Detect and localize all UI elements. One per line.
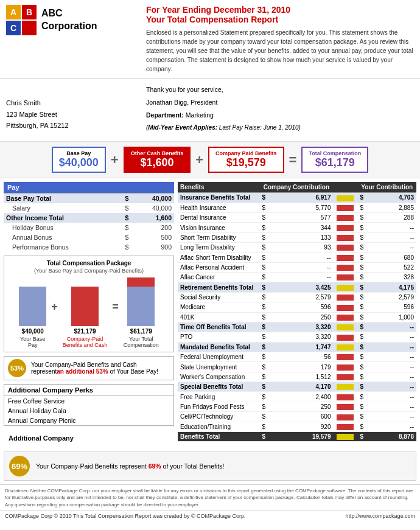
your-dollar: $ <box>357 193 366 203</box>
benefits-header-row: Benefits Company Contribution Your Contr… <box>178 182 416 193</box>
bar-cell <box>333 212 357 222</box>
logo-b: B <box>22 5 37 19</box>
your-dollar: $ <box>357 312 366 322</box>
benefit-label: Aflac Short Term Disability <box>178 253 259 262</box>
benefits-row-13: Time Off Benefits Total$3,320$-- <box>178 322 416 332</box>
benefits-row-24: Benefits Total$19,579$8,878 <box>178 431 416 441</box>
co-value: 19,579 <box>268 431 334 441</box>
your-dollar: $ <box>357 352 366 362</box>
your-dollar: $ <box>357 372 366 382</box>
your-dollar: $ <box>357 392 366 402</box>
co-dollar: $ <box>259 342 268 352</box>
chart-bar-3: $61,179 Your Total Compensation <box>124 277 159 348</box>
co-dollar: $ <box>259 402 268 411</box>
your-value: -- <box>366 243 416 253</box>
pct-circle: 53% <box>8 359 26 377</box>
your-dollar: $ <box>357 232 366 242</box>
main-content: Pay Base Pay Total $ 40,000 Salary $ 40,… <box>0 178 420 448</box>
report-title: For Year Ending December 31, 2010 Your T… <box>146 5 414 24</box>
co-value: 5,770 <box>268 203 334 212</box>
summary-bar: Base Pay $40,000 + Other Cash Benefits $… <box>0 141 420 178</box>
co-dollar: $ <box>259 431 268 441</box>
bar-cell <box>333 402 357 411</box>
other-income-total-row: Other Income Total $ 1,600 <box>4 213 174 223</box>
co-value: -- <box>268 253 334 262</box>
your-dollar: $ <box>357 342 366 352</box>
co-dollar: $ <box>259 302 268 312</box>
company-paid-box: Company Paid Benefits $19,579 <box>208 147 284 173</box>
annual-bonus-row: Annual Bonus $ 500 <box>4 232 174 242</box>
header: A B C ABC Corporation For Year Ending De… <box>0 0 420 79</box>
footer-right: http://www.compackage.com <box>345 513 415 519</box>
pct-badge: 53% Your Company-Paid Benefits and Cash … <box>4 356 174 380</box>
your-value: 596 <box>366 302 416 312</box>
benefit-label: Fun Fridays Food Fests <box>178 402 259 411</box>
co-dollar: $ <box>259 322 268 332</box>
co-value: 6,917 <box>268 193 334 203</box>
your-dollar: $ <box>357 322 366 332</box>
your-value: -- <box>366 223 416 232</box>
co-dollar: $ <box>259 232 268 242</box>
your-dollar: $ <box>357 302 366 312</box>
benefits-row-23: Education/Training$920$-- <box>178 422 416 431</box>
co-value: 3,320 <box>268 322 334 332</box>
co-value: 600 <box>268 412 334 422</box>
your-dollar: $ <box>357 292 366 302</box>
chart-equals: = <box>112 301 119 326</box>
co-dollar: $ <box>259 312 268 322</box>
your-value: -- <box>366 232 416 242</box>
your-dollar: $ <box>357 282 366 292</box>
co-value: 3,320 <box>268 332 334 342</box>
benefits-row-0: Insurance Benefits Total$6,917$4,703 <box>178 193 416 203</box>
your-dollar: $ <box>357 243 366 253</box>
logo-a: A <box>6 5 21 19</box>
pct-text: Your Company-Paid Benefits and Cash repr… <box>31 361 170 375</box>
co-dollar: $ <box>259 292 268 302</box>
bar-cell <box>333 243 357 253</box>
bar-blue <box>19 287 46 326</box>
co-value: 56 <box>268 352 334 362</box>
co-value: 1,512 <box>268 372 334 382</box>
co-dollar: $ <box>259 203 268 212</box>
perks-header: Additional Company Perks <box>4 384 174 396</box>
benefit-label: Aflac Cancer <box>178 273 259 282</box>
benefits-row-17: State Unemployment$179$-- <box>178 362 416 372</box>
your-value: -- <box>366 382 416 392</box>
benefit-label: 401K <box>178 312 259 322</box>
benefit-label: Cell/PC/Technology <box>178 412 259 422</box>
bar1-label: Your Base Pay <box>20 336 45 348</box>
address-block: Chris Smith 123 Maple Street Pittsburgh,… <box>6 85 140 135</box>
bar-cell <box>333 352 357 362</box>
left-column: Pay Base Pay Total $ 40,000 Salary $ 40,… <box>4 182 174 444</box>
benefits-row-4: Short Term Disability$133$-- <box>178 232 416 242</box>
benefits-row-18: Worker's Compensation$1,512$-- <box>178 372 416 382</box>
benefits-row-20: Free Parking$2,400$-- <box>178 392 416 402</box>
benefit-label: Time Off Benefits Total <box>178 322 259 332</box>
bar-cell <box>333 362 357 372</box>
your-value: 328 <box>366 273 416 282</box>
right-column: Benefits Company Contribution Your Contr… <box>178 182 416 444</box>
benefits-row-2: Dental Insurance$577$288 <box>178 212 416 222</box>
bar-cell <box>333 431 357 441</box>
bar-cell <box>333 412 357 422</box>
your-value: 8,878 <box>366 431 416 441</box>
base-pay-total-row: Base Pay Total $ 40,000 <box>4 194 174 204</box>
co-dollar: $ <box>259 253 268 262</box>
co-value: -- <box>268 262 334 272</box>
co-dollar: $ <box>259 412 268 422</box>
co-value: 920 <box>268 422 334 431</box>
benefit-label: Insurance Benefits Total <box>178 193 259 203</box>
holiday-bonus-row: Holiday Bonus $ 200 <box>4 223 174 232</box>
co-value: 2,400 <box>268 392 334 402</box>
co-dollar: $ <box>259 193 268 203</box>
bar-cell <box>333 232 357 242</box>
bar-cell <box>333 273 357 282</box>
bar-red <box>71 287 99 326</box>
your-value: -- <box>366 422 416 431</box>
benefits-row-11: Medicare$596$596 <box>178 302 416 312</box>
footer: COMPackage Corp © 2010 This Total Compen… <box>0 511 420 521</box>
benefits-row-22: Cell/PC/Technology$600$-- <box>178 412 416 422</box>
benefits-row-3: Vision Insurance$344$-- <box>178 223 416 232</box>
co-dollar: $ <box>259 262 268 272</box>
perk-item-1: Free Coffee Service <box>4 396 174 406</box>
